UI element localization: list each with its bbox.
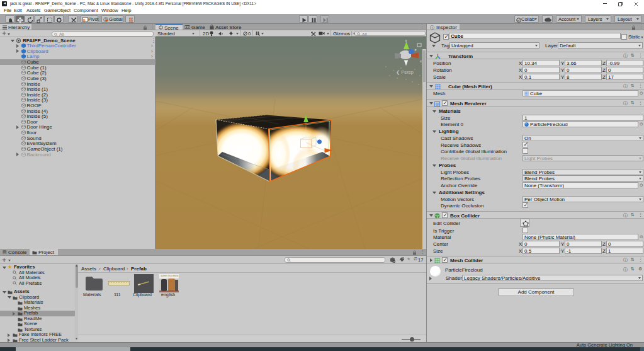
svg-text:x: x [420,59,422,63]
svg-text:y: y [405,38,407,42]
svg-text:z: z [415,48,417,52]
svg-text:❮ Persp: ❮ Persp [396,69,414,75]
